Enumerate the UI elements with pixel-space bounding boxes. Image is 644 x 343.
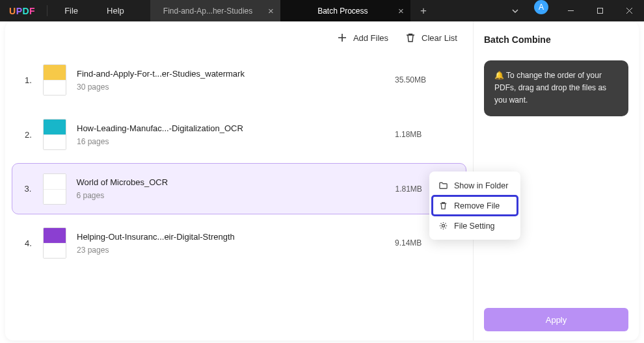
tab-document[interactable]: Find-and-Ap...her-Studies ×	[150, 0, 280, 21]
context-menu: Show in Folder Remove File File Setting	[429, 172, 520, 240]
chevron-down-icon[interactable]	[504, 0, 526, 21]
tip-box: 🔔 To change the order of your PDFs, drag…	[484, 60, 628, 116]
button-label: Clear List	[422, 33, 457, 43]
toolbar: Add Files Clear List	[5, 21, 473, 54]
file-thumbnail	[43, 64, 66, 95]
side-panel-title: Batch Combine	[484, 34, 628, 45]
new-tab-button[interactable]: +	[410, 0, 436, 21]
svg-rect-1	[598, 8, 603, 14]
file-index: 4.	[25, 238, 39, 248]
file-name: Helping-Out-Insuranc...eir-Digital-Stren…	[77, 232, 395, 242]
file-name: World of Microbes_OCR	[77, 177, 396, 187]
add-files-button[interactable]: Add Files	[337, 32, 388, 43]
tab-label: Find-and-Ap...her-Studies	[163, 6, 252, 16]
clear-list-button[interactable]: Clear List	[405, 32, 457, 43]
logo-letter: U	[9, 6, 16, 16]
logo-letter: D	[22, 6, 29, 16]
close-icon[interactable]: ×	[268, 5, 274, 16]
file-thumbnail	[43, 227, 66, 259]
titlebar: UPDF File Help Find-and-Ap...her-Studies…	[0, 0, 644, 21]
file-row[interactable]: 3.World of Microbes_OCR6 pages1.81MB	[12, 163, 466, 214]
file-index: 2.	[25, 130, 39, 140]
file-name: Find-and-Apply-For-t...er-Studies_waterm…	[77, 69, 395, 79]
file-index: 3.	[25, 184, 39, 194]
app-logo: UPDF	[0, 0, 44, 21]
tabs: Find-and-Ap...her-Studies × Batch Proces…	[150, 0, 436, 21]
file-size: 1.18MB	[395, 130, 453, 139]
svg-point-6	[442, 224, 444, 227]
logo-letter: F	[29, 6, 35, 16]
file-pages: 6 pages	[77, 191, 396, 200]
ctx-remove-file[interactable]: Remove File	[432, 196, 518, 216]
file-thumbnail	[43, 119, 66, 150]
ctx-label: Remove File	[454, 201, 500, 210]
file-list: 1.Find-and-Apply-For-t...er-Studies_wate…	[5, 54, 473, 269]
apply-button[interactable]: Apply	[484, 308, 628, 331]
menu-help[interactable]: Help	[92, 0, 139, 21]
file-row[interactable]: 2.How-Leading-Manufac...-Digitalization_…	[12, 108, 466, 160]
ctx-file-setting[interactable]: File Setting	[429, 216, 520, 236]
ctx-label: File Setting	[454, 222, 495, 231]
divider	[47, 5, 47, 16]
maximize-button[interactable]	[585, 0, 615, 21]
file-info: How-Leading-Manufac...-Digitalization_OC…	[77, 123, 395, 146]
file-thumbnail	[43, 173, 66, 205]
ctx-label: Show in Folder	[454, 181, 508, 190]
main-panel: Add Files Clear List 1.Find-and-Apply-Fo…	[5, 21, 473, 340]
file-info: Helping-Out-Insuranc...eir-Digital-Stren…	[77, 232, 395, 255]
tab-label: Batch Process	[317, 6, 368, 16]
file-size: 9.14MB	[395, 238, 453, 248]
file-index: 1.	[25, 75, 39, 85]
tab-batch-process[interactable]: Batch Process ×	[280, 0, 410, 21]
minimize-button[interactable]	[556, 0, 585, 21]
logo-letter: P	[16, 6, 23, 16]
file-name: How-Leading-Manufac...-Digitalization_OC…	[77, 123, 395, 133]
file-row[interactable]: 4.Helping-Out-Insuranc...eir-Digital-Str…	[12, 217, 466, 269]
close-button[interactable]	[615, 0, 644, 21]
file-pages: 23 pages	[77, 246, 395, 255]
button-label: Add Files	[353, 33, 388, 43]
ctx-show-in-folder[interactable]: Show in Folder	[429, 175, 520, 196]
file-info: Find-and-Apply-For-t...er-Studies_waterm…	[77, 69, 395, 92]
close-icon[interactable]: ×	[398, 5, 404, 16]
file-row[interactable]: 1.Find-and-Apply-For-t...er-Studies_wate…	[12, 54, 466, 106]
window-controls	[556, 0, 644, 21]
file-pages: 30 pages	[77, 83, 395, 92]
menu-file[interactable]: File	[50, 0, 92, 21]
file-size: 35.50MB	[395, 75, 453, 84]
avatar[interactable]: A	[534, 0, 548, 14]
workspace: Add Files Clear List 1.Find-and-Apply-Fo…	[5, 21, 639, 340]
file-info: World of Microbes_OCR6 pages	[77, 177, 396, 200]
file-pages: 16 pages	[77, 137, 395, 146]
